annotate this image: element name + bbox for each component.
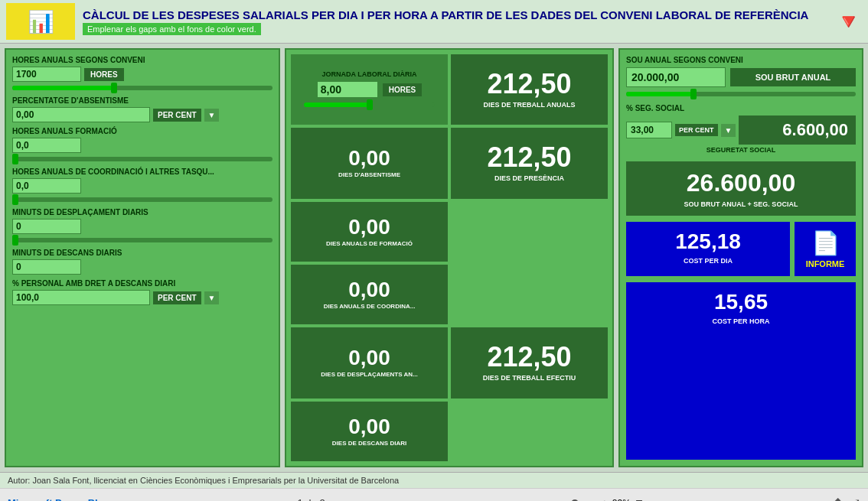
desplacament-row bbox=[12, 219, 272, 234]
desplacament-input[interactable] bbox=[12, 219, 81, 234]
formacio-group: HORES ANUALS FORMACIÓ bbox=[12, 127, 272, 163]
jornada-input[interactable] bbox=[317, 81, 378, 98]
informe-box[interactable]: 📄 INFORME bbox=[795, 222, 856, 276]
footer: Autor: Joan Sala Font, llicenciat en Ciè… bbox=[0, 472, 868, 488]
absentisme-dropdown[interactable]: ▼ bbox=[204, 109, 220, 122]
descans-row bbox=[12, 259, 272, 275]
dies-presencia-box: 212,50 DIES DE PRESÈNCIA bbox=[451, 128, 608, 198]
dies-descans-label: DIES DE DESCANS DIARI bbox=[332, 440, 406, 447]
dies-treball-value: 212,50 bbox=[487, 70, 571, 98]
sou-badge: SOU BRUT ANUAL bbox=[730, 68, 856, 86]
sou-input[interactable] bbox=[626, 67, 726, 87]
dies-presencia-label: DIES DE PRESÈNCIA bbox=[494, 174, 564, 182]
empty-cell-2 bbox=[451, 265, 608, 324]
jornada-box: JORNADA LABORAL DIÀRIA HORES bbox=[291, 54, 448, 125]
desplacament-label: MINUTS DE DESPLAÇAMENT DIARIS bbox=[12, 208, 272, 216]
right-panel: SOU ANUAL SEGONS CONVENI SOU BRUT ANUAL … bbox=[618, 48, 863, 467]
desplacament-slider[interactable] bbox=[12, 238, 272, 242]
subtitle: Emplenar els gaps amb el fons de color v… bbox=[83, 23, 261, 35]
sou-row: SOU BRUT ANUAL bbox=[626, 67, 856, 87]
sou-total-box: 26.600,00 SOU BRUT ANUAL + SEG. SOCIAL bbox=[626, 161, 856, 216]
dies-treball-efectiu-box: 212,50 DIES DE TREBALL EFECTIU bbox=[451, 327, 608, 398]
fullscreen-icon[interactable]: ⤢ bbox=[850, 496, 860, 501]
absentisme-label: PERCENTATGE D'ABSENTISME bbox=[12, 96, 272, 105]
seg-row: PER CENT ▼ 6.600,00 bbox=[626, 115, 856, 145]
dies-coordinacio-box: 0,00 DIES ANUALS DE COORDINA... bbox=[291, 265, 448, 324]
dies-absentisme-box: 0,00 DIES D'ABSENTISME bbox=[291, 128, 448, 198]
dies-treball-label: DIES DE TREBALL ANUALS bbox=[483, 101, 575, 109]
footer-text: Autor: Joan Sala Font, llicenciat en Ciè… bbox=[8, 476, 399, 485]
dies-treball-efectiu-label: DIES DE TREBALL EFECTIU bbox=[483, 374, 576, 382]
dies-treball-efectiu-value: 212,50 bbox=[487, 343, 571, 371]
seg-section: % SEG. SOCIAL PER CENT ▼ 6.600,00 SEGURE… bbox=[626, 104, 856, 155]
nav-controls: ‹ 1 de 2 › bbox=[288, 497, 335, 502]
desplacament-group: MINUTS DE DESPLAÇAMENT DIARIS bbox=[12, 208, 272, 244]
top-bar: 📊 CÀLCUL DE LES DESPESES SALARIALS PER D… bbox=[0, 0, 868, 44]
dies-treball-box: 212,50 DIES DE TREBALL ANUALS bbox=[451, 54, 608, 125]
jornada-slider[interactable] bbox=[304, 102, 434, 107]
seg-dropdown[interactable]: ▼ bbox=[721, 124, 736, 137]
informe-icon: 📄 bbox=[811, 229, 840, 256]
cost-boxes: 125,18 COST PER DIA 📄 INFORME bbox=[626, 222, 856, 276]
dies-formacio-box: 0,00 DIES ANUALS DE FORMACIÓ bbox=[291, 202, 448, 262]
empty-cell-1 bbox=[451, 202, 608, 262]
dies-coordinacio-value: 0,00 bbox=[348, 279, 390, 301]
seg-value: 6.600,00 bbox=[739, 115, 856, 145]
dies-presencia-value: 212,50 bbox=[487, 144, 571, 171]
coordinacio-slider[interactable] bbox=[12, 197, 272, 202]
main-content: HORES ANUALS SEGONS CONVENI HORES PERCEN… bbox=[0, 44, 868, 472]
right-icons: ⬆ ⤢ bbox=[833, 496, 860, 501]
logo-box: 📊 bbox=[6, 3, 75, 40]
zoom-in-button[interactable]: + bbox=[602, 497, 608, 502]
cost-hora-label: COST PER HORA bbox=[634, 317, 848, 325]
descans-input[interactable] bbox=[12, 259, 81, 275]
seg-input[interactable] bbox=[626, 122, 672, 138]
sou-label: SOU ANUAL SEGONS CONVENI bbox=[626, 56, 856, 64]
hores-slider[interactable] bbox=[12, 86, 272, 90]
personal-label: % PERSONAL AMB DRET A DESCANS DIARI bbox=[12, 279, 272, 288]
sou-total-label: SOU BRUT ANUAL + SEG. SOCIAL bbox=[634, 200, 848, 208]
dies-descans-value: 0,00 bbox=[348, 416, 390, 438]
hores-group: HORES ANUALS SEGONS CONVENI HORES bbox=[12, 56, 272, 92]
cost-hora-box: 15,65 COST PER HORA bbox=[626, 282, 856, 460]
cost-dia-number: 125,18 bbox=[634, 229, 782, 254]
formacio-slider[interactable] bbox=[12, 157, 272, 161]
zoom-out-button[interactable]: − bbox=[524, 497, 530, 502]
personal-row: PER CENT ▼ bbox=[12, 290, 272, 305]
personal-unit: PER CENT bbox=[153, 291, 201, 304]
seg-value-label: SEGURETAT SOCIAL bbox=[626, 145, 856, 155]
cost-hora-number: 15,65 bbox=[634, 290, 848, 314]
filter-icon[interactable]: 🔻 bbox=[835, 9, 862, 34]
empty-cell-3 bbox=[451, 402, 608, 461]
dies-formacio-label: DIES ANUALS DE FORMACIÓ bbox=[326, 240, 413, 247]
zoom-controls: − + 83% ⊡ bbox=[524, 497, 642, 502]
absentisme-group: PERCENTATGE D'ABSENTISME PER CENT ▼ bbox=[12, 96, 272, 122]
dies-desplacament-box: 0,00 DIES DE DESPLAÇAMENTS AN... bbox=[291, 327, 448, 398]
fit-page-icon[interactable]: ⊡ bbox=[635, 498, 643, 502]
jornada-unit: HORES bbox=[383, 83, 423, 96]
dies-absentisme-value: 0,00 bbox=[348, 148, 390, 169]
absentisme-row: PER CENT ▼ bbox=[12, 107, 272, 122]
descans-label: MINUTS DE DESCANS DIARIS bbox=[12, 249, 272, 257]
sou-total-number: 26.600,00 bbox=[634, 169, 848, 197]
sou-slider[interactable] bbox=[626, 92, 856, 96]
formacio-row bbox=[12, 138, 272, 153]
share-icon[interactable]: ⬆ bbox=[833, 496, 843, 501]
dies-desplacament-label: DIES DE DESPLAÇAMENTS AN... bbox=[321, 371, 417, 378]
coordinacio-input[interactable] bbox=[12, 178, 81, 194]
personal-group: % PERSONAL AMB DRET A DESCANS DIARI PER … bbox=[12, 279, 272, 305]
prev-page-button[interactable]: ‹ bbox=[288, 497, 292, 502]
zoom-level: 83% bbox=[612, 498, 631, 502]
next-page-button[interactable]: › bbox=[331, 497, 335, 502]
seg-label: % SEG. SOCIAL bbox=[626, 104, 856, 112]
hores-input[interactable] bbox=[12, 67, 81, 82]
powerbi-link[interactable]: Microsoft Power BI bbox=[8, 497, 98, 501]
personal-dropdown[interactable]: ▼ bbox=[204, 291, 220, 304]
bottom-bar: Microsoft Power BI ‹ 1 de 2 › − + 83% ⊡ … bbox=[0, 488, 868, 501]
descans-group: MINUTS DE DESCANS DIARIS bbox=[12, 249, 272, 275]
absentisme-input[interactable] bbox=[12, 107, 150, 122]
formacio-input[interactable] bbox=[12, 138, 81, 153]
personal-input[interactable] bbox=[12, 290, 150, 305]
sou-section: SOU ANUAL SEGONS CONVENI SOU BRUT ANUAL bbox=[626, 56, 856, 98]
dies-absentisme-label: DIES D'ABSENTISME bbox=[338, 171, 400, 178]
